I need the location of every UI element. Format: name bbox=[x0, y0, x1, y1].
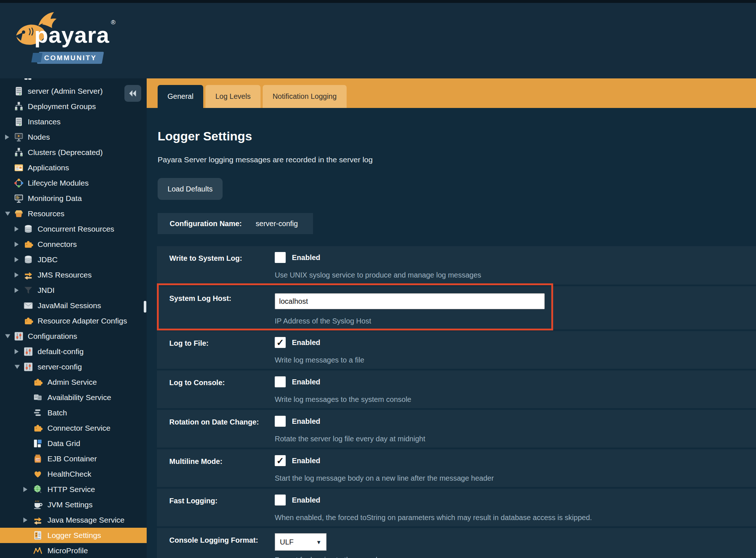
system-log-host-input[interactable] bbox=[275, 293, 545, 309]
sidebar-item-lifecycle-modules[interactable]: Lifecycle Modules bbox=[0, 175, 147, 191]
field-description: Rotate the server log file every day at … bbox=[275, 435, 425, 443]
svg-text:JAR: JAR bbox=[36, 459, 40, 461]
sidebar-item-javamail-sessions[interactable]: JavaMail Sessions bbox=[0, 298, 147, 313]
expand-arrow-icon[interactable] bbox=[5, 135, 9, 140]
sidebar-item-connector-service[interactable]: Connector Service bbox=[0, 421, 147, 436]
sidebar-item-configurations[interactable]: Configurations bbox=[0, 329, 147, 344]
batch-icon bbox=[33, 408, 43, 418]
tab-log-levels[interactable]: Log Levels bbox=[205, 85, 261, 108]
applications-icon bbox=[14, 163, 24, 173]
rotation-on-date-change-checkbox[interactable] bbox=[275, 416, 286, 427]
sidebar-item-label: Connectors bbox=[38, 240, 77, 249]
sidebar-item-monitoring-data[interactable]: Monitoring Data bbox=[0, 191, 147, 206]
sidebar-item-label: Monitoring Data bbox=[28, 194, 82, 203]
collapse-arrow-icon[interactable] bbox=[15, 365, 20, 369]
sidebar-item-jdbc[interactable]: JDBC bbox=[0, 252, 147, 267]
globe-icon bbox=[33, 485, 43, 495]
sidebar-item-resources[interactable]: Resources bbox=[0, 206, 147, 221]
sidebar-item-batch[interactable]: Batch bbox=[0, 405, 147, 421]
sidebar-item-connectors[interactable]: Connectors bbox=[0, 237, 147, 252]
expand-arrow-icon[interactable] bbox=[15, 257, 19, 262]
tab-general[interactable]: General bbox=[158, 85, 203, 120]
sidebar-item-admin-service[interactable]: Admin Service bbox=[0, 375, 147, 390]
expand-arrow-icon[interactable] bbox=[15, 272, 19, 278]
sidebar-item-data-grid[interactable]: Data Grid bbox=[0, 78, 147, 84]
sidebar-item-server-config[interactable]: server-config bbox=[0, 359, 147, 375]
expand-arrow-icon[interactable] bbox=[15, 288, 19, 293]
community-badge: COMMUNITY bbox=[37, 52, 104, 64]
configuration-name-label: Configuration Name: bbox=[170, 220, 242, 228]
sidebar-item-label: Resources bbox=[28, 209, 64, 218]
expand-arrow-icon[interactable] bbox=[23, 518, 27, 523]
form-row-console-logging-format: Console Logging Format:ULF▼Format for lo… bbox=[157, 528, 756, 558]
tab-notification-logging[interactable]: Notification Logging bbox=[263, 85, 347, 108]
form-row-log-to-file: Log to File:✓EnabledWrite log messages t… bbox=[157, 331, 756, 369]
field-label: Fast Logging: bbox=[169, 497, 217, 505]
sidebar-item-ejb-container[interactable]: JAREJB Container bbox=[0, 451, 147, 466]
server-icon bbox=[14, 86, 24, 96]
collapse-arrow-icon[interactable] bbox=[5, 334, 10, 338]
sidebar-item-label: Clusters (Deprecated) bbox=[28, 148, 103, 157]
jar-icon: JAR bbox=[33, 454, 43, 464]
collapse-sidebar-button[interactable] bbox=[124, 85, 141, 102]
sidebar-item-logger-settings[interactable]: Logger Settings bbox=[0, 528, 147, 543]
microprofile-icon bbox=[33, 546, 43, 556]
field-description: Use UNIX syslog service to produce and m… bbox=[275, 271, 481, 279]
sidebar-item-healthcheck[interactable]: HealthCheck bbox=[0, 466, 147, 482]
sidebar-item-jvm-settings[interactable]: JVM Settings bbox=[0, 497, 147, 512]
sidebar-item-label: Batch bbox=[47, 408, 67, 417]
sidebar-item-jms-resources[interactable]: JMS Resources bbox=[0, 267, 147, 283]
sidebar-item-label: default-config bbox=[38, 347, 84, 356]
sidebar-item-availability-service[interactable]: Availability Service bbox=[0, 390, 147, 405]
sidebar-item-microprofile[interactable]: MicroProfile bbox=[0, 543, 147, 558]
select-value: ULF bbox=[280, 538, 294, 546]
sidebar-item-clusters-deprecated[interactable]: Clusters (Deprecated) bbox=[0, 145, 147, 160]
sidebar-item-default-config[interactable]: default-config bbox=[0, 344, 147, 359]
sidebar-item-label: JavaMail Sessions bbox=[38, 301, 101, 310]
node-monitor-icon bbox=[14, 132, 24, 142]
field-description: Write log messages to a file bbox=[275, 356, 364, 364]
sidebar-item-http-service[interactable]: HTTP Service bbox=[0, 482, 147, 497]
write-to-system-log-checkbox[interactable] bbox=[275, 252, 286, 263]
sidebar-item-instances[interactable]: Instances bbox=[0, 114, 147, 129]
expand-arrow-icon[interactable] bbox=[23, 487, 27, 492]
group-tree-icon bbox=[14, 102, 24, 112]
sidebar-item-java-message-service[interactable]: Java Message Service bbox=[0, 512, 147, 528]
top-strip bbox=[0, 0, 756, 3]
sidebar-item-label: Connector Service bbox=[47, 424, 111, 433]
sidebar-item-resource-adapter-configs[interactable]: Resource Adapter Configs bbox=[0, 313, 147, 329]
multiline-mode-checkbox[interactable]: ✓ bbox=[275, 455, 286, 466]
monitoring-icon bbox=[14, 194, 24, 204]
sidebar-item-jndi[interactable]: JNDI bbox=[0, 283, 147, 298]
sidebar-item-concurrent-resources[interactable]: Concurrent Resources bbox=[0, 221, 147, 237]
sidebar-item-label: HTTP Service bbox=[47, 485, 95, 494]
field-label: Console Logging Format: bbox=[169, 536, 258, 545]
envelope-icon bbox=[23, 301, 33, 311]
sidebar-item-applications[interactable]: Applications bbox=[0, 160, 147, 175]
field-description: When enabled, the forced toString on par… bbox=[275, 514, 592, 522]
sidebar-item-nodes[interactable]: Nodes bbox=[0, 129, 147, 145]
sidebar-item-data-grid[interactable]: Data Grid bbox=[0, 436, 147, 451]
sidebar-item-label: Java Message Service bbox=[47, 516, 124, 524]
expand-arrow-icon[interactable] bbox=[15, 242, 19, 247]
load-defaults-button[interactable]: Load Defaults bbox=[158, 178, 223, 200]
configuration-name-row: Configuration Name: server-config bbox=[158, 213, 313, 234]
expand-arrow-icon[interactable] bbox=[15, 349, 19, 354]
fast-logging-checkbox[interactable] bbox=[275, 495, 286, 505]
sidebar-item-deployment-groups[interactable]: Deployment Groups bbox=[0, 99, 147, 114]
log-to-file-checkbox[interactable]: ✓ bbox=[275, 337, 286, 348]
sidebar-item-label: server-config bbox=[38, 363, 82, 371]
log-to-console-checkbox[interactable] bbox=[275, 376, 286, 387]
content: Logger Settings Payara Server logging me… bbox=[147, 108, 756, 558]
navigation-tree: Data Gridserver (Admin Server)Deployment… bbox=[0, 78, 147, 558]
collapse-arrow-icon[interactable] bbox=[5, 212, 10, 216]
checkbox-control: Enabled bbox=[275, 376, 320, 387]
dropdown-caret-icon: ▼ bbox=[316, 539, 321, 545]
checkbox-control: ✓Enabled bbox=[275, 455, 320, 466]
sidebar-item-label: EJB Container bbox=[47, 454, 97, 463]
console-logging-format-select[interactable]: ULF▼ bbox=[275, 533, 327, 551]
sidebar-item-label: server (Admin Server) bbox=[28, 87, 103, 96]
sidebar-scrollbar-thumb[interactable] bbox=[144, 301, 146, 313]
sidebar-item-label: Applications bbox=[28, 163, 69, 172]
expand-arrow-icon[interactable] bbox=[15, 226, 19, 232]
